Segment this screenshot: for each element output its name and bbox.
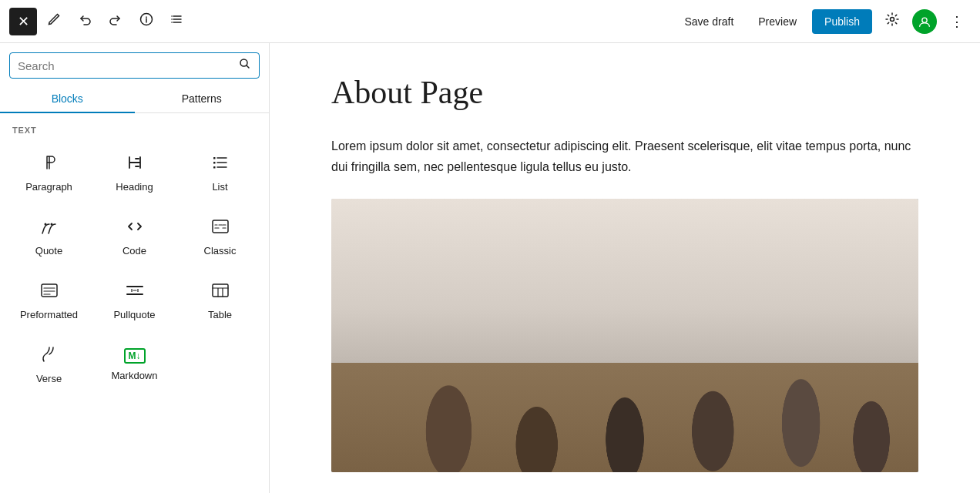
svg-point-1	[171, 15, 173, 17]
content-area: About Page Lorem ipsum dolor sit amet, c…	[270, 43, 980, 493]
block-quote[interactable]: Quote	[6, 205, 92, 269]
tab-blocks[interactable]: Blocks	[0, 85, 135, 112]
redo-icon	[109, 12, 123, 30]
pen-icon	[47, 12, 61, 30]
block-heading[interactable]: Heading	[92, 141, 177, 205]
svg-rect-7	[213, 157, 216, 159]
block-table-label: Table	[208, 309, 232, 320]
list-view-button[interactable]	[163, 8, 191, 35]
classic-icon	[211, 217, 230, 239]
block-preformatted-label: Preformatted	[20, 309, 78, 320]
svg-point-3	[171, 22, 173, 23]
avatar[interactable]	[912, 9, 937, 34]
undo-button[interactable]	[71, 8, 99, 35]
block-classic[interactable]: Classic	[177, 205, 263, 269]
blocks-grid: Paragraph Heading List Quo	[0, 141, 269, 397]
list-block-icon	[211, 153, 230, 175]
block-preformatted[interactable]: Preformatted	[6, 269, 92, 333]
verse-icon	[40, 345, 59, 367]
edit-button[interactable]	[40, 8, 68, 35]
block-paragraph[interactable]: Paragraph	[6, 141, 92, 205]
block-classic-label: Classic	[204, 245, 237, 257]
svg-point-10	[44, 223, 46, 226]
page-image	[331, 199, 918, 472]
toolbar-left: ✕	[9, 8, 191, 35]
svg-point-4	[891, 18, 894, 22]
markdown-icon: M↓	[124, 348, 146, 364]
search-input[interactable]	[18, 59, 234, 72]
tab-patterns[interactable]: Patterns	[135, 85, 270, 112]
svg-rect-12	[213, 220, 228, 233]
block-pullquote[interactable]: Pullquote	[92, 269, 177, 333]
preview-button[interactable]: Preview	[749, 11, 806, 32]
block-verse-label: Verse	[36, 373, 62, 384]
block-list-label: List	[212, 181, 227, 193]
block-code-label: Code	[123, 245, 146, 257]
search-area	[0, 43, 269, 85]
toolbar: ✕ Save draft Pre	[0, 0, 980, 43]
table-icon	[211, 281, 230, 303]
block-verse[interactable]: Verse	[6, 333, 92, 397]
settings-button[interactable]	[878, 8, 906, 35]
block-markdown-label: Markdown	[112, 370, 158, 381]
toolbar-right: Save draft Preview Publish ⋮	[675, 8, 971, 35]
undo-icon	[78, 12, 92, 30]
block-code[interactable]: Code	[92, 205, 177, 269]
close-button[interactable]: ✕	[9, 8, 37, 35]
block-pullquote-label: Pullquote	[113, 309, 155, 320]
svg-rect-9	[213, 166, 216, 169]
pullquote-icon	[126, 281, 144, 303]
tabs: Blocks Patterns	[0, 85, 269, 113]
svg-point-2	[171, 18, 173, 20]
list-icon	[170, 12, 184, 30]
code-icon	[126, 217, 144, 239]
close-icon: ✕	[18, 13, 29, 30]
block-quote-label: Quote	[35, 245, 62, 257]
search-icon	[239, 58, 251, 73]
publish-button[interactable]: Publish	[812, 9, 872, 34]
block-paragraph-label: Paragraph	[25, 181, 72, 193]
page-title: About Page	[331, 74, 918, 111]
redo-button[interactable]	[102, 8, 129, 35]
svg-rect-8	[213, 162, 216, 164]
sidebar: Blocks Patterns TEXT Paragraph Heading	[0, 43, 270, 493]
section-text-label: TEXT	[0, 113, 269, 141]
search-box	[9, 52, 260, 79]
page-body: Lorem ipsum dolor sit amet, consectetur …	[331, 136, 918, 177]
svg-point-11	[50, 223, 52, 226]
more-icon: ⋮	[950, 13, 964, 30]
heading-icon	[126, 153, 144, 175]
preformatted-icon	[40, 281, 59, 303]
info-button[interactable]	[133, 8, 160, 35]
block-heading-label: Heading	[116, 181, 153, 193]
paragraph-icon	[40, 153, 59, 175]
save-draft-button[interactable]: Save draft	[675, 11, 743, 32]
gear-icon	[884, 12, 900, 31]
more-options-button[interactable]: ⋮	[943, 8, 971, 35]
quote-icon	[40, 217, 59, 239]
svg-rect-14	[213, 284, 228, 297]
block-markdown[interactable]: M↓ Markdown	[92, 333, 177, 397]
info-icon	[139, 12, 153, 30]
svg-rect-13	[42, 284, 57, 297]
block-list[interactable]: List	[177, 141, 263, 205]
block-table[interactable]: Table	[177, 269, 263, 333]
svg-point-5	[922, 18, 927, 22]
main-area: Blocks Patterns TEXT Paragraph Heading	[0, 43, 980, 493]
